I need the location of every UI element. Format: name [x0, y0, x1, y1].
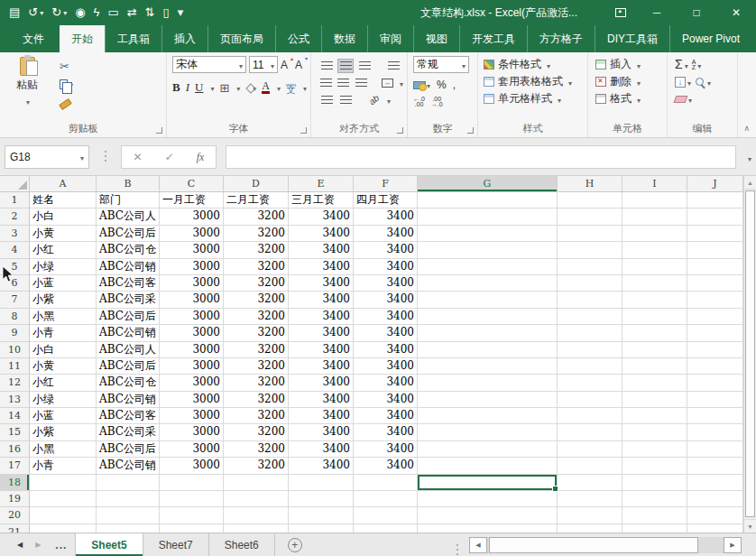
- qat-menu-icon[interactable]: ▾: [178, 0, 184, 25]
- row-header-15[interactable]: 15: [0, 424, 30, 440]
- cell-F11[interactable]: 3400: [354, 358, 418, 375]
- cell-A2[interactable]: 小白: [30, 208, 97, 225]
- cell-D15[interactable]: 3200: [224, 424, 289, 440]
- cell-A13[interactable]: 小绿: [30, 392, 97, 408]
- cell-E4[interactable]: 3400: [289, 242, 354, 258]
- cell-G3[interactable]: [418, 226, 558, 242]
- cell-E12[interactable]: 3400: [289, 375, 354, 391]
- autosum-button[interactable]: Σ: [675, 58, 688, 71]
- close-button[interactable]: ✕: [716, 0, 756, 25]
- cell-C17[interactable]: 3000: [160, 458, 224, 474]
- sort-filter-button[interactable]: AZ: [692, 59, 702, 71]
- format-cells-button[interactable]: 格式: [595, 90, 667, 107]
- cell-B15[interactable]: ABC公司采: [97, 424, 160, 440]
- font-name-select[interactable]: 宋体: [172, 56, 246, 73]
- cell-H13[interactable]: [558, 392, 622, 408]
- delete-cells-button[interactable]: 删除: [595, 73, 667, 90]
- cell-F6[interactable]: 3400: [354, 275, 418, 292]
- cell-H14[interactable]: [558, 408, 622, 424]
- cell-J14[interactable]: [687, 408, 743, 424]
- cell-I8[interactable]: [622, 309, 687, 325]
- row-header-11[interactable]: 11: [0, 358, 30, 375]
- row-header-4[interactable]: 4: [0, 242, 30, 258]
- cell-F5[interactable]: 3400: [354, 259, 418, 275]
- cell-G13[interactable]: [418, 392, 558, 408]
- cell-A7[interactable]: 小紫: [30, 292, 97, 308]
- cell-G16[interactable]: [418, 441, 558, 458]
- cell-E3[interactable]: 3400: [289, 226, 354, 242]
- cell-B20[interactable]: [97, 507, 160, 524]
- cell-I20[interactable]: [622, 507, 687, 524]
- cell-C1[interactable]: 一月工资: [160, 192, 224, 208]
- column-header-D[interactable]: D: [224, 176, 289, 192]
- cell-H11[interactable]: [558, 358, 622, 375]
- cell-E7[interactable]: 3400: [289, 292, 354, 308]
- ribbon-tab-4[interactable]: 公式: [275, 25, 321, 52]
- cell-J8[interactable]: [687, 309, 743, 325]
- cell-J7[interactable]: [687, 292, 743, 308]
- cell-F20[interactable]: [354, 507, 418, 524]
- cell-A12[interactable]: 小红: [30, 375, 97, 391]
- cell-D1[interactable]: 二月工资: [224, 192, 289, 208]
- name-box[interactable]: G18: [5, 145, 89, 169]
- tab-file[interactable]: 文件: [7, 25, 60, 52]
- row-header-9[interactable]: 9: [0, 325, 30, 341]
- cell-G20[interactable]: [418, 507, 558, 524]
- cell-J16[interactable]: [687, 441, 743, 458]
- cell-H19[interactable]: [558, 491, 622, 507]
- row-header-7[interactable]: 7: [0, 292, 30, 308]
- cell-B8[interactable]: ABC公司后: [97, 309, 160, 325]
- tell-me-box[interactable]: 告诉我...: [751, 25, 756, 52]
- cell-J9[interactable]: [687, 325, 743, 341]
- borders-dropdown-icon[interactable]: [235, 81, 240, 94]
- cell-G6[interactable]: [418, 275, 558, 292]
- cell-B5[interactable]: ABC公司销: [97, 259, 160, 275]
- underline-dropdown-icon[interactable]: [208, 81, 214, 94]
- clear-button[interactable]: [675, 93, 692, 106]
- ribbon-tab-8[interactable]: 开发工具: [459, 25, 527, 52]
- cell-D14[interactable]: 3200: [224, 408, 289, 424]
- cell-D17[interactable]: 3200: [224, 458, 289, 474]
- row-header-8[interactable]: 8: [0, 309, 30, 325]
- cell-F18[interactable]: [354, 475, 418, 491]
- cell-D9[interactable]: 3200: [224, 325, 289, 341]
- cell-H6[interactable]: [558, 275, 622, 292]
- column-header-B[interactable]: B: [97, 176, 160, 192]
- column-width-icon[interactable]: ⇄: [127, 0, 137, 25]
- row-header-21[interactable]: 21: [0, 524, 30, 533]
- cell-J15[interactable]: [687, 424, 743, 440]
- cell-J11[interactable]: [687, 358, 743, 375]
- align-left-button[interactable]: [318, 76, 333, 90]
- cell-C6[interactable]: 3000: [160, 275, 224, 292]
- cell-J3[interactable]: [687, 226, 743, 242]
- cell-J6[interactable]: [687, 275, 743, 292]
- enter-button[interactable]: ✓: [165, 151, 174, 163]
- row-header-17[interactable]: 17: [0, 458, 30, 474]
- cell-J12[interactable]: [687, 375, 743, 391]
- cell-C16[interactable]: 3000: [160, 441, 224, 458]
- increase-decimal-button[interactable]: ←.0.00: [413, 97, 425, 107]
- cell-C7[interactable]: 3000: [160, 292, 224, 308]
- cell-B12[interactable]: ABC公司仓: [97, 375, 160, 391]
- cell-B16[interactable]: ABC公司后: [97, 441, 160, 458]
- cell-D6[interactable]: 3200: [224, 275, 289, 292]
- cell-F12[interactable]: 3400: [354, 375, 418, 391]
- font-color-button[interactable]: A: [262, 81, 270, 94]
- cell-G18[interactable]: [418, 475, 558, 491]
- cell-D11[interactable]: 3200: [224, 358, 289, 375]
- sheet-tab-sheet6[interactable]: Sheet6: [209, 533, 275, 556]
- cell-J1[interactable]: [687, 192, 743, 208]
- column-header-C[interactable]: C: [160, 176, 224, 192]
- merge-center-button[interactable]: ↔: [381, 76, 395, 90]
- cell-A10[interactable]: 小白: [30, 342, 97, 358]
- cell-F4[interactable]: 3400: [354, 242, 418, 258]
- fill-button[interactable]: ↓: [675, 76, 691, 88]
- decrease-decimal-button[interactable]: .00→.0: [431, 97, 443, 107]
- cell-C12[interactable]: 3000: [160, 375, 224, 391]
- cell-F15[interactable]: 3400: [354, 424, 418, 440]
- cell-A5[interactable]: 小绿: [30, 259, 97, 275]
- cell-H17[interactable]: [558, 458, 622, 474]
- vertical-scroll-thumb[interactable]: [745, 190, 755, 517]
- format-painter-button[interactable]: [60, 95, 73, 109]
- cell-B2[interactable]: ABC公司人: [97, 208, 160, 225]
